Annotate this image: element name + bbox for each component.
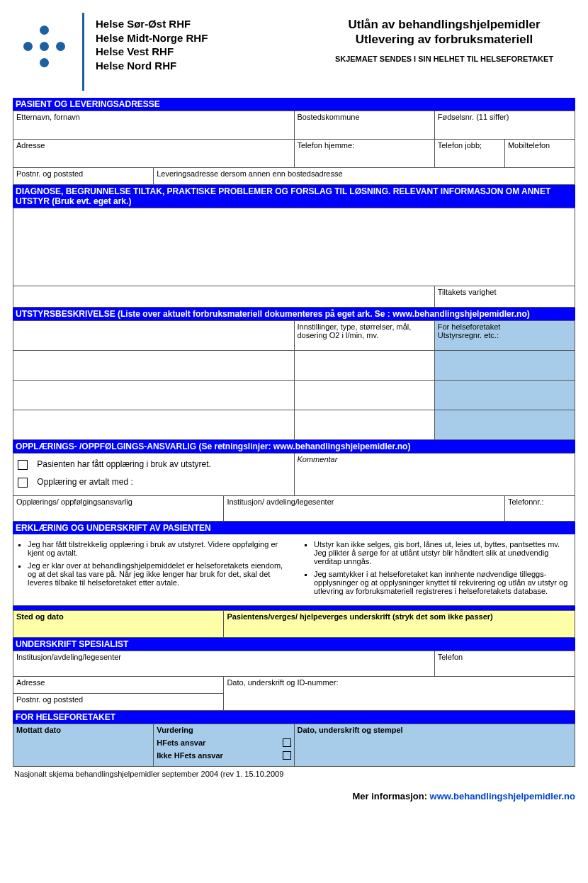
logo: [13, 13, 77, 68]
checkbox-ikke-hfets-ansvar[interactable]: [283, 751, 291, 760]
cell-utstyr-desc-1[interactable]: [13, 321, 295, 351]
cell-institusjon[interactable]: Institusjon/avdeling/legesenter: [13, 651, 435, 677]
cell-hf-3[interactable]: [434, 381, 575, 410]
cell-innstillinger-3[interactable]: [294, 381, 434, 410]
cell-utstyr-desc-4[interactable]: [13, 410, 295, 440]
org-1: Helse Sør-Øst RHF: [96, 17, 313, 31]
cell-institusjon-avd[interactable]: Institusjon/ avdeling/legesenter: [224, 496, 505, 522]
cell-sted-dato[interactable]: Sted og dato: [13, 611, 224, 638]
label-opplaering-avtalt: Opplæring er avtalt med :: [37, 477, 132, 487]
section-utstyr: UTSTYRSBESKRIVELSE (Liste over aktuelt f…: [13, 308, 575, 320]
label-vurdering: Vurdering: [157, 726, 290, 734]
form-title-1: Utlån av behandlingshjelpemidler: [313, 17, 575, 32]
cell-tlf-hjemme[interactable]: Telefon hjemme:: [294, 140, 434, 168]
cell-pasient-underskrift[interactable]: Pasientens/verges/ hjelpeverges underskr…: [224, 611, 575, 638]
section-pasient: PASIENT OG LEVERINGSADRESSE: [13, 98, 575, 111]
cell-mobil[interactable]: Mobiltelefon: [504, 140, 575, 168]
label-ikke-hfets-ansvar: Ikke HFets ansvar: [157, 751, 223, 760]
cell-for-helseforetaket-header: For helseforetaket Utstyrsregnr. etc.:: [434, 321, 575, 351]
checkbox-opplaering-faatt[interactable]: [18, 460, 28, 470]
cell-dato-underskrift-stempel[interactable]: Dato, underskrift og stempel: [294, 724, 575, 767]
cell-kommentar[interactable]: Kommentar: [294, 454, 575, 496]
cell-adresse2[interactable]: Adresse: [13, 677, 224, 694]
form-title-block: Utlån av behandlingshjelpemidler Utlever…: [313, 13, 575, 63]
cell-diagnose-blank[interactable]: [13, 286, 435, 308]
section-underskrift: UNDERSKRIFT SPESIALIST: [13, 638, 575, 651]
more-info-link[interactable]: www.behandlingshjelpemidler.no: [430, 791, 575, 802]
erklaring-item-1: Jeg har fått tilstrekkelig opplæring i b…: [28, 540, 285, 557]
table-helseforetaket: Mottatt dato Vurdering HFets ansvar Ikke…: [13, 724, 575, 767]
org-list: Helse Sør-Øst RHF Helse Midt-Norge RHF H…: [96, 13, 313, 72]
cell-utstyr-desc-2[interactable]: [13, 351, 295, 381]
cell-innstillinger-2[interactable]: [294, 351, 434, 381]
cell-utstyr-desc-3[interactable]: [13, 381, 295, 410]
label-opplaering-faatt: Pasienten har fått opplæring i bruk av u…: [37, 459, 210, 469]
cell-leveringsadr[interactable]: Leveringsadresse dersom annen enn bosted…: [154, 168, 575, 185]
erklaring-item-2: Jeg er klar over at behandlingshjelpemid…: [28, 561, 285, 587]
section-erklaring: ERKLÆRING OG UNDERSKRIFT AV PASIENTEN: [13, 522, 575, 534]
cell-vurdering: Vurdering HFets ansvar Ikke HFets ansvar: [154, 724, 294, 767]
table-underskrift: Institusjon/avdeling/legesenter Telefon …: [13, 651, 575, 711]
cell-etternavn[interactable]: Etternavn, fornavn: [13, 111, 295, 140]
label-hfets-ansvar: HFets ansvar: [157, 738, 205, 747]
more-info: Mer informasjon: www.behandlingshjelpemi…: [13, 791, 575, 802]
footer-note: Nasjonalt skjema behandlingshjelpemidler…: [13, 770, 575, 778]
cell-opplaering-checks: Pasienten har fått opplæring i bruk av u…: [13, 454, 295, 496]
cell-dato-underskrift-id[interactable]: Dato, underskrift og ID-nummer:: [224, 677, 575, 711]
cell-telefonnr[interactable]: Telefonnr.:: [504, 496, 575, 522]
cell-postnr[interactable]: Postnr. og poststed: [13, 168, 154, 185]
cell-tiltakets-varighet[interactable]: Tiltakets varighet: [434, 286, 575, 308]
erklaring-item-4: Jeg samtykker i at helseforetaket kan in…: [314, 570, 572, 595]
cell-postnr2[interactable]: Postnr. og poststed: [13, 694, 224, 711]
erklaring-body: Jeg har fått tilstrekkelig opplæring i b…: [13, 534, 575, 606]
checkbox-hfets-ansvar[interactable]: [283, 738, 291, 747]
header: Helse Sør-Øst RHF Helse Midt-Norge RHF H…: [13, 13, 575, 91]
table-pasient: Etternavn, fornavn Bostedskommune Fødsel…: [13, 111, 575, 185]
erklaring-item-3: Utstyr kan ikke selges, gis bort, lånes …: [314, 540, 572, 566]
section-helseforetaket: FOR HELSEFORETAKET: [13, 711, 575, 724]
header-divider: [82, 13, 84, 91]
section-opplaering: OPPLÆRINGS- /OPPFØLGINGS-ANSVARLIG (Se r…: [13, 440, 575, 453]
cell-hf-2[interactable]: [434, 351, 575, 381]
cell-telefon[interactable]: Telefon: [434, 651, 575, 677]
section-diagnose: DIAGNOSE, BEGRUNNELSE TILTAK, PRAKTISKE …: [13, 185, 575, 208]
table-utstyr: Innstillinger, type, størrelser, mål, do…: [13, 320, 575, 440]
table-sted-dato: Sted og dato Pasientens/verges/ hjelpeve…: [13, 610, 575, 638]
more-info-label: Mer informasjon:: [353, 791, 430, 802]
cell-bostedskommune[interactable]: Bostedskommune: [294, 111, 434, 140]
table-diagnose: Tiltakets varighet: [13, 208, 575, 308]
cell-fodselsnr[interactable]: Fødselsnr. (11 siffer): [434, 111, 575, 140]
cell-hf-4[interactable]: [434, 410, 575, 440]
cell-innstillinger-header: Innstillinger, type, størrelser, mål, do…: [294, 321, 434, 351]
org-3: Helse Vest RHF: [96, 45, 313, 59]
cell-tlf-jobb[interactable]: Telefon jobb;: [434, 140, 504, 168]
checkbox-opplaering-avtalt[interactable]: [18, 478, 28, 488]
cell-mottatt-dato[interactable]: Mottatt dato: [13, 724, 154, 767]
cell-opplaeringsansvarlig[interactable]: Opplærings/ oppfølgingsansvarlig: [13, 496, 224, 522]
org-2: Helse Midt-Norge RHF: [96, 31, 313, 45]
cell-adresse[interactable]: Adresse: [13, 140, 295, 168]
cell-diagnose-main[interactable]: [13, 208, 575, 286]
table-opplaering: Pasienten har fått opplæring i bruk av u…: [13, 453, 575, 522]
cell-innstillinger-4[interactable]: [294, 410, 434, 440]
org-4: Helse Nord RHF: [96, 59, 313, 73]
form-subtitle: SKJEMAET SENDES I SIN HELHET TIL HELSEFO…: [313, 55, 575, 63]
form-title-2: Utlevering av forbruksmateriell: [313, 32, 575, 47]
